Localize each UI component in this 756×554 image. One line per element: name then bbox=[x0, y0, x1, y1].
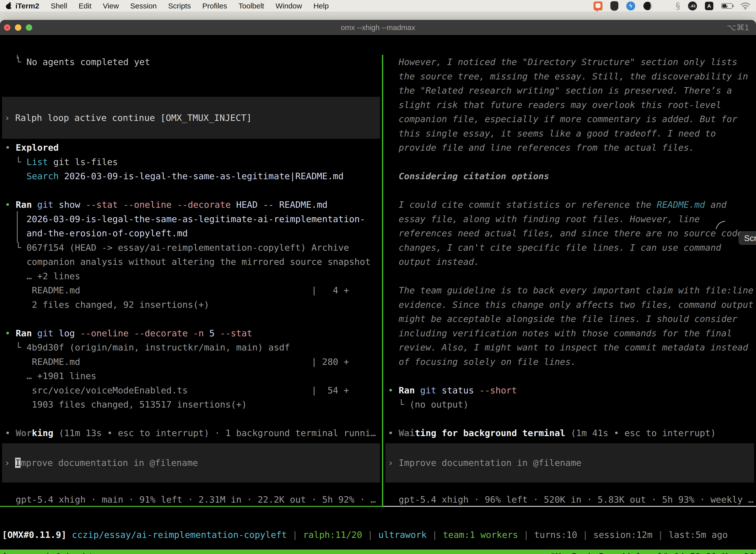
text-segment: show bbox=[53, 200, 80, 210]
screenshot-chat-icon[interactable] bbox=[593, 1, 603, 10]
terminal-line: › Improve documentation in @filename bbox=[2, 456, 198, 470]
countdown-text: ..61 bbox=[689, 4, 695, 8]
terminal-line: companion analysis without altering the … bbox=[5, 255, 382, 269]
text-segment: Improve documentation in @filename bbox=[398, 458, 581, 468]
text-segment: › bbox=[4, 113, 15, 123]
terminal-pane-left[interactable]: › Ralph loop active continue [OMX_TMUX_I… bbox=[0, 55, 382, 506]
text-segment: log bbox=[53, 328, 75, 338]
blue-bolt-badge-icon[interactable]: ϟ bbox=[626, 1, 635, 10]
pane-divider[interactable] bbox=[382, 55, 383, 507]
pane-border-bottom-left bbox=[0, 506, 383, 507]
tmux-session-label[interactable]: [omx-cczip0:bash* bbox=[2, 550, 93, 554]
text-segment: • bbox=[5, 143, 16, 153]
text-segment: | bbox=[577, 530, 593, 540]
text-segment: gpt-5.4 xhigh · main · 91% left · 2.31M … bbox=[5, 494, 376, 505]
shield-keypad-icon[interactable] bbox=[611, 1, 618, 11]
pane-border-bottom-right bbox=[383, 506, 756, 507]
menu-item-scripts[interactable]: Scripts bbox=[168, 2, 191, 10]
text-segment: turns:10 bbox=[534, 530, 577, 540]
terminal-content: › Ralph loop active continue [OMX_TMUX_I… bbox=[0, 35, 756, 554]
text-segment: ultrawork bbox=[378, 530, 427, 540]
text-segment: Ralph loop active continue [OMX_TMUX_INJ… bbox=[15, 113, 252, 123]
text-segment: | bbox=[518, 530, 534, 540]
screen-overlay-button[interactable]: Scre bbox=[739, 231, 756, 245]
text-segment: Wor bbox=[16, 428, 32, 438]
model-status-line-right: gpt-5.4 xhigh · 96% left · 520K in · 5.8… bbox=[388, 492, 756, 506]
terminal-line: └ (no output) bbox=[388, 397, 756, 412]
battery-icon[interactable]: ϟ bbox=[721, 3, 733, 9]
menu-item-window[interactable]: Window bbox=[275, 2, 302, 10]
terminal-line: … +1901 lines bbox=[5, 369, 382, 383]
menu-item-shell[interactable]: Shell bbox=[51, 2, 67, 10]
text-segment: 2 files changed, 92 insertions(+) bbox=[5, 299, 209, 310]
terminal-line: The team guideline is to back every impo… bbox=[388, 283, 756, 297]
text-segment: slight risk that future readers may over… bbox=[388, 100, 721, 110]
text-segment: Ran bbox=[16, 200, 32, 210]
terminal-line: companion file, especially if more comme… bbox=[388, 112, 756, 126]
text-segment: session:12m bbox=[593, 530, 652, 540]
text-segment: No agents completed yet bbox=[26, 57, 150, 67]
text-segment: the "Related research writing" section i… bbox=[388, 86, 732, 96]
iterm2-window: omx --xhigh --madmax ⌥⌘1 › Ralph loop ac… bbox=[0, 20, 756, 554]
menu-item-profiles[interactable]: Profiles bbox=[202, 2, 227, 10]
apple-logo-icon[interactable] bbox=[6, 3, 12, 9]
text-segment: cczip/essay/ai-reimplementation-copyleft bbox=[66, 530, 292, 540]
text-segment: Wai bbox=[398, 428, 415, 438]
text-segment: • bbox=[5, 328, 16, 338]
text-segment: However, I noticed the "Directory Struct… bbox=[388, 57, 737, 67]
prompt-input-left[interactable]: › Improve documentation in @filename bbox=[2, 443, 380, 483]
terminal-line: Search 2026-03-09-is-legal-the-same-as-l… bbox=[5, 169, 382, 183]
terminal-line: essay file, along with finding root file… bbox=[388, 212, 756, 226]
text-segment: Search bbox=[26, 171, 59, 181]
terminal-pane-right[interactable]: › Improve documentation in @filename gpt… bbox=[383, 55, 756, 506]
dots-grid-icon[interactable] bbox=[660, 2, 668, 10]
text-segment: | bbox=[292, 530, 303, 540]
text-segment: The team guideline is to back every impo… bbox=[388, 285, 754, 295]
text-segment: • bbox=[388, 385, 398, 395]
terminal-line: › Ralph loop active continue [OMX_TMUX_I… bbox=[2, 111, 252, 125]
text-segment: --stat bbox=[214, 328, 252, 338]
menu-item-session[interactable]: Session bbox=[130, 2, 157, 10]
text-segment: Ran bbox=[16, 328, 32, 338]
menu-bar: iTerm2ShellEditViewSessionScriptsProfile… bbox=[0, 0, 756, 12]
text-segment: src/voice/voiceModeEnabled.ts | 54 + bbox=[5, 385, 349, 395]
terminal-line: of focusing solely on file lines. bbox=[388, 355, 756, 369]
terminal-line: › Improve documentation in @filename bbox=[385, 456, 581, 470]
terminal-line: changes, I can't cite specific file line… bbox=[388, 240, 756, 255]
title-bar[interactable]: omx --xhigh --madmax ⌥⌘1 bbox=[0, 20, 756, 35]
menu-item-help[interactable]: Help bbox=[314, 2, 329, 10]
squiggle-icon[interactable]: § bbox=[676, 1, 680, 11]
text-segment: team:1 workers bbox=[443, 530, 518, 540]
text-segment: [OMX#0.11.9] bbox=[2, 530, 66, 540]
menu-item-iterm2[interactable]: iTerm2 bbox=[15, 2, 39, 10]
terminal-line: └ List git ls-files bbox=[5, 155, 382, 169]
countdown-badge-icon[interactable]: ..61 bbox=[688, 1, 697, 10]
text-segment: • bbox=[5, 428, 16, 438]
text-segment bbox=[5, 171, 26, 181]
wifi-icon[interactable] bbox=[741, 2, 750, 10]
text-segment: and bbox=[705, 200, 727, 210]
terminal-line: 2 files changed, 92 insertions(+) bbox=[5, 297, 382, 312]
text-segment: git bbox=[415, 385, 436, 395]
text-segment: 1903 files changed, 513517 insertions(+) bbox=[5, 399, 247, 409]
text-segment: of focusing solely on file lines. bbox=[388, 357, 576, 367]
window-title: omx --xhigh --madmax bbox=[0, 20, 756, 35]
text-segment: ralph:11/20 bbox=[303, 530, 362, 540]
terminal-line: the source tree, missing the essay. Stil… bbox=[388, 69, 756, 84]
terminal-line: slight risk that future readers may over… bbox=[388, 98, 756, 112]
a-badge-icon[interactable]: A bbox=[705, 2, 713, 10]
menu-item-toolbelt[interactable]: Toolbelt bbox=[239, 2, 264, 10]
text-segment: README.md | 4 + bbox=[5, 285, 349, 295]
menu-item-edit[interactable]: Edit bbox=[79, 2, 91, 10]
terminal-line: • Ran git log --oneline --decorate -n 5 … bbox=[5, 326, 382, 340]
text-segment: companion file, especially if more comme… bbox=[388, 114, 737, 124]
terminal-line: └ 4b9d30f (origin/main, instructkr/main,… bbox=[5, 340, 382, 355]
annotation-arc bbox=[715, 220, 726, 230]
menu-item-view[interactable]: View bbox=[103, 2, 119, 10]
prompt-input-right[interactable]: › Improve documentation in @filename bbox=[385, 443, 754, 483]
terminal-line: • Working (11m 13s • esc to interrupt) ·… bbox=[5, 426, 382, 440]
a-badge-text: A bbox=[707, 3, 711, 9]
pie-circle-icon[interactable] bbox=[643, 1, 652, 10]
text-segment: (1m 41s • esc to interrupt) bbox=[565, 428, 716, 438]
tmux-status-bar: [omx-cczip0:bash* "MacBook-Pro-44.local"… bbox=[0, 550, 756, 554]
